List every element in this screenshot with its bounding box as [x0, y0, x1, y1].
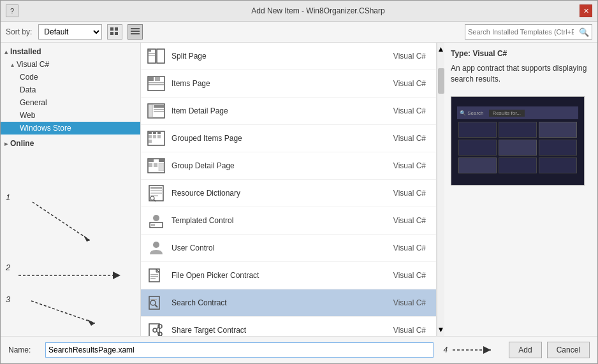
list-item[interactable]: Items Page Visual C# — [141, 70, 436, 98]
svg-rect-41 — [159, 163, 164, 171]
item-icon-grouped — [146, 128, 166, 149]
list-item[interactable]: Search Contract Visual C# — [141, 289, 436, 317]
annotation-1: 1 — [6, 193, 10, 202]
grid-view-button[interactable] — [107, 24, 122, 40]
svg-marker-69 — [483, 346, 491, 354]
svg-rect-31 — [157, 132, 161, 134]
list-item[interactable]: Templated Control Visual C# — [141, 207, 436, 235]
search-button[interactable]: 🔍 — [576, 24, 592, 40]
sidebar-item-visual-cs[interactable]: ▴ Visual C# — [1, 58, 140, 71]
preview-image: 🔍 Search Results for... — [451, 96, 585, 186]
sort-select[interactable]: Default — [38, 24, 102, 40]
svg-line-67 — [157, 331, 158, 333]
item-name: Search Contract — [171, 298, 393, 307]
svg-line-66 — [157, 327, 158, 330]
sidebar-item-windows-store-label: Windows Store — [20, 124, 71, 133]
item-type: Visual C# — [393, 79, 426, 88]
name-input[interactable] — [45, 342, 434, 358]
cancel-button[interactable]: Cancel — [547, 342, 590, 358]
preview-search-box: Results for... — [489, 110, 525, 117]
list-item[interactable]: User Control Visual C# — [141, 235, 436, 262]
sidebar: ▴ Installed ▴ Visual C# Code Data Genera… — [1, 43, 141, 336]
svg-rect-39 — [154, 163, 157, 167]
svg-rect-16 — [149, 53, 155, 54]
sidebar-item-windows-store[interactable]: Windows Store — [1, 122, 140, 135]
search-input[interactable] — [465, 28, 576, 36]
svg-rect-32 — [149, 135, 152, 138]
list-view-button[interactable] — [128, 24, 143, 40]
scroll-down-button[interactable]: ▼ — [438, 323, 444, 336]
svg-rect-56 — [150, 276, 158, 277]
sidebar-item-code-label: Code — [20, 73, 38, 82]
annotation-2: 2 — [6, 263, 10, 272]
sidebar-item-installed[interactable]: ▴ Installed — [1, 45, 140, 58]
scroll-thumb[interactable] — [438, 68, 444, 94]
svg-rect-35 — [149, 140, 152, 143]
item-name: User Control — [171, 244, 393, 252]
sidebar-item-data-label: Data — [20, 85, 36, 94]
bottom-bar: Name: 4 Add Cancel — [1, 336, 597, 363]
item-type: Visual C# — [393, 271, 426, 280]
svg-rect-4 — [131, 28, 140, 29]
preview-header: 🔍 Search Results for... — [457, 106, 578, 119]
item-name: Split Page — [171, 52, 393, 61]
svg-rect-37 — [149, 159, 154, 162]
window-controls: ✕ — [580, 4, 592, 17]
item-icon-split — [146, 46, 166, 66]
sidebar-item-online-label: Online — [10, 139, 34, 148]
svg-point-59 — [150, 300, 156, 305]
svg-rect-33 — [153, 135, 156, 138]
list-item[interactable]: Resource Dictionary Visual C# — [141, 180, 436, 207]
list-item[interactable]: Share Target Contract Visual C# — [141, 317, 436, 336]
svg-rect-61 — [150, 299, 157, 300]
item-name: File Open Picker Contract — [171, 271, 393, 280]
svg-rect-38 — [149, 163, 152, 167]
close-button[interactable]: ✕ — [580, 4, 592, 17]
item-type: Visual C# — [393, 161, 426, 170]
svg-line-11 — [31, 301, 95, 323]
svg-line-7 — [33, 202, 90, 240]
svg-rect-55 — [150, 274, 158, 275]
svg-rect-25 — [154, 105, 164, 108]
svg-rect-34 — [157, 135, 161, 138]
sidebar-item-general-label: General — [20, 98, 47, 107]
item-type: Visual C# — [393, 216, 426, 225]
sidebar-item-data[interactable]: Data — [1, 84, 140, 96]
annotation-arrow-3 — [18, 298, 101, 330]
list-item[interactable]: Item Detail Page Visual C# — [141, 98, 436, 125]
svg-rect-0 — [110, 27, 113, 31]
svg-rect-44 — [150, 190, 162, 191]
svg-point-65 — [153, 328, 157, 332]
title-spacer: ? — [6, 4, 57, 17]
svg-rect-2 — [110, 32, 113, 35]
help-button[interactable]: ? — [6, 4, 18, 17]
right-panel: Type: Visual C# An app contract that sup… — [444, 43, 597, 336]
svg-rect-19 — [149, 77, 154, 81]
svg-point-52 — [153, 242, 159, 248]
item-name: Item Detail Page — [171, 106, 393, 115]
sidebar-item-visual-cs-label: Visual C# — [17, 60, 49, 69]
list-item[interactable]: File Open Picker Contract Visual C# — [141, 262, 436, 289]
item-icon-resource — [146, 183, 166, 203]
item-type: Visual C# — [393, 244, 426, 252]
scrollbar[interactable]: ▲ ▼ — [437, 43, 444, 336]
svg-rect-45 — [150, 193, 162, 194]
list-item[interactable]: Split Page Visual C# — [141, 43, 436, 70]
list-item[interactable]: Group Detail Page Visual C# — [141, 152, 436, 180]
list-item[interactable]: Grouped Items Page Visual C# — [141, 125, 436, 152]
sidebar-item-code[interactable]: Code — [1, 71, 140, 84]
svg-rect-51 — [151, 224, 155, 226]
sidebar-item-online[interactable]: ▸ Online — [1, 137, 140, 150]
sidebar-item-general[interactable]: General — [1, 96, 140, 109]
item-name: Share Target Contract — [171, 326, 393, 335]
item-type: Visual C# — [393, 326, 426, 335]
scroll-up-button[interactable]: ▲ — [438, 43, 444, 55]
name-label: Name: — [8, 346, 40, 354]
item-name: Templated Control — [171, 216, 393, 225]
svg-rect-15 — [149, 50, 151, 52]
add-button[interactable]: Add — [509, 342, 541, 358]
sidebar-item-web[interactable]: Web — [1, 109, 140, 122]
item-name: Group Detail Page — [171, 161, 393, 170]
type-value: Visual C# — [472, 49, 507, 58]
sort-label: Sort by: — [6, 27, 32, 36]
